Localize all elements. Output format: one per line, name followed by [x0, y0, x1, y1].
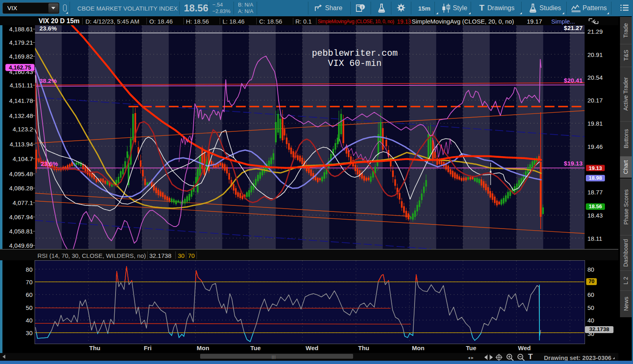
svg-text:i: i [362, 5, 363, 9]
svg-text:$20.41: $20.41 [564, 77, 583, 84]
svg-text:pebblewriter.com: pebblewriter.com [312, 48, 397, 59]
svg-text:23.6%: 23.6% [39, 25, 57, 32]
svg-text:$21.27: $21.27 [564, 25, 583, 31]
svg-text:VIX 60-min: VIX 60-min [328, 59, 382, 69]
svg-text:$19.13: $19.13 [564, 160, 583, 167]
svg-text:38.2%: 38.2% [39, 77, 57, 84]
svg-text:23.6%: 23.6% [41, 160, 58, 167]
